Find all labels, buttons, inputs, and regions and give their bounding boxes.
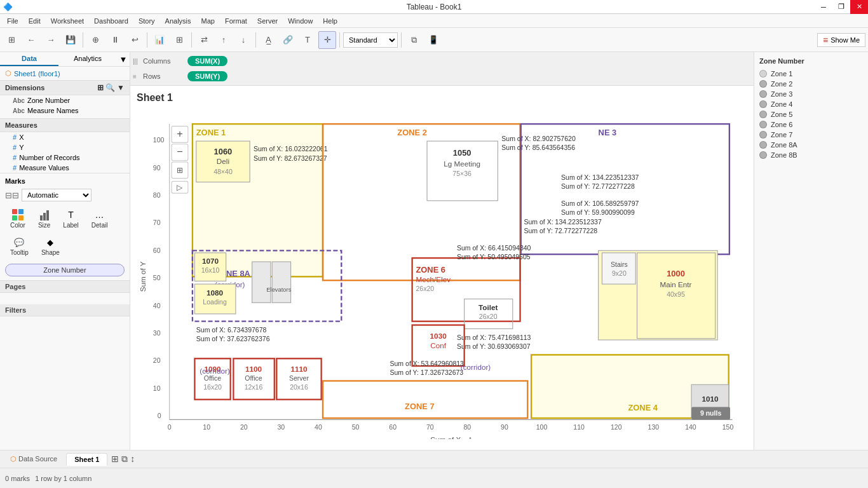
legend-item-zone1[interactable]: Zone 1 (759, 70, 863, 78)
detail-mark[interactable]: … Detail (86, 207, 113, 231)
highlight-button[interactable]: A̲ (259, 31, 277, 49)
data-tab[interactable]: Data (0, 52, 58, 66)
chart-type-button[interactable]: 📊 (151, 31, 168, 49)
sheet-label[interactable]: ⬡ Sheet1 (floor1) (0, 67, 130, 81)
undo-button[interactable]: ↩ (126, 31, 144, 49)
add-datasource-button[interactable]: ⊕ (86, 31, 104, 49)
tooltip-mark[interactable]: 💬 Tooltip (5, 234, 34, 259)
legend-label-zone6: Zone 6 (771, 121, 792, 128)
label-mark[interactable]: T Label (58, 207, 83, 231)
svg-text:Office: Office (204, 374, 221, 382)
legend-item-zone3[interactable]: Zone 3 (759, 90, 863, 98)
duplicate-sheet-icon[interactable]: ⧉ (121, 454, 128, 464)
chart-container[interactable]: 0 10 20 30 40 50 60 70 80 90 100 Sum of … (137, 107, 747, 439)
zone-filter-pill[interactable]: Zone Number (5, 264, 125, 276)
menu-bar: File Edit Worksheet Dashboard Story Anal… (0, 14, 868, 28)
chart-svg: 0 10 20 30 40 50 60 70 80 90 100 Sum of … (137, 107, 747, 439)
measure-y[interactable]: # Y (0, 142, 130, 152)
text-button[interactable]: T (299, 31, 316, 49)
link-button[interactable]: 🔗 (279, 31, 297, 49)
sort-desc-button[interactable]: ↓ (234, 31, 252, 49)
tooltip-button[interactable]: ⧉ (405, 31, 423, 49)
menu-worksheet[interactable]: Worksheet (46, 16, 88, 26)
dimensions-grid-icon[interactable]: ⊞ (97, 83, 104, 92)
legend-color-zone1 (759, 70, 767, 78)
menu-story[interactable]: Story (134, 16, 159, 26)
show-me-button[interactable]: ≡ Show Me (817, 33, 865, 47)
device-button[interactable]: 📱 (424, 31, 442, 49)
swap-button[interactable]: ⇄ (195, 31, 213, 49)
dimension-zone-number[interactable]: Abc Zone Number (0, 95, 130, 105)
dimension-measure-names[interactable]: Abc Measure Names (0, 105, 130, 116)
separator2 (147, 32, 147, 48)
menu-dashboard[interactable]: Dashboard (90, 16, 133, 26)
datasource-tab[interactable]: ⬡ Data Source (3, 453, 65, 465)
minimize-button[interactable]: ─ (815, 0, 832, 14)
menu-analysis[interactable]: Analysis (161, 16, 196, 26)
size-mark[interactable]: Size (33, 207, 55, 231)
forward-button[interactable]: → (42, 31, 60, 49)
y-label: Y (19, 144, 24, 151)
svg-text:↕: ↕ (468, 434, 473, 439)
svg-rect-78 (602, 253, 635, 284)
dimensions-header: Dimensions ⊞ 🔍 ▼ (0, 81, 130, 95)
svg-text:1010: 1010 (702, 395, 719, 403)
svg-text:1110: 1110 (290, 365, 308, 373)
measure-measure-values[interactable]: # Measure Values (0, 163, 130, 173)
restore-button[interactable]: ❐ (832, 0, 850, 14)
columns-value[interactable]: SUM(X) (187, 56, 227, 66)
menu-format[interactable]: Format (220, 16, 252, 26)
measure-number-of-records[interactable]: # Number of Records (0, 152, 130, 163)
marks-type-select[interactable]: Automatic Bar Line Area Circle Square Te… (22, 189, 92, 201)
svg-text:16x20: 16x20 (203, 383, 222, 391)
svg-text:Main Entr: Main Entr (660, 280, 691, 288)
menu-server[interactable]: Server (253, 16, 282, 26)
svg-text:12x16: 12x16 (245, 383, 263, 391)
legend-item-zone4[interactable]: Zone 4 (759, 100, 863, 108)
pause-button[interactable]: ⏸ (106, 31, 124, 49)
menu-file[interactable]: File (3, 16, 23, 26)
back-button[interactable]: ← (22, 31, 40, 49)
svg-text:70: 70 (426, 423, 434, 431)
menu-edit[interactable]: Edit (24, 16, 45, 26)
legend-item-zone5[interactable]: Zone 5 (759, 111, 863, 118)
pages-title: Pages (0, 281, 130, 293)
svg-text:1030: 1030 (430, 332, 447, 340)
svg-text:40x95: 40x95 (667, 290, 685, 298)
legend-item-zone7[interactable]: Zone 7 (759, 131, 863, 139)
analytics-tab[interactable]: Analytics (58, 52, 117, 66)
svg-text:1060: 1060 (214, 147, 233, 156)
legend-color-zone8b (759, 151, 767, 159)
menu-help[interactable]: Help (318, 16, 342, 26)
color-mark[interactable]: Color (5, 207, 31, 231)
menu-window[interactable]: Window (283, 16, 317, 26)
sheet-sort-icon[interactable]: ↕ (130, 454, 135, 464)
svg-text:Office: Office (245, 374, 262, 382)
legend-item-zone8a[interactable]: Zone 8A (759, 141, 863, 149)
legend-item-zone2[interactable]: Zone 2 (759, 80, 863, 88)
shape-mark[interactable]: ◆ Shape (36, 234, 65, 259)
sort-asc-button[interactable]: ↑ (215, 31, 233, 49)
legend-item-zone8b[interactable]: Zone 8B (759, 151, 863, 159)
cursor-button[interactable]: ✛ (318, 31, 336, 49)
panel-menu[interactable]: ▼ (117, 52, 130, 66)
save-button[interactable]: 💾 (62, 31, 79, 49)
svg-text:Mech/Elev: Mech/Elev (416, 275, 451, 283)
menu-map[interactable]: Map (197, 16, 219, 26)
measure-x[interactable]: # X (0, 132, 130, 142)
new-button[interactable]: ⊞ (3, 31, 20, 49)
svg-text:Sum of X: 134.223512337: Sum of X: 134.223512337 (561, 173, 639, 181)
svg-rect-53 (272, 262, 290, 302)
dimensions-expand-icon[interactable]: ▼ (117, 83, 125, 92)
dimensions-search-icon[interactable]: 🔍 (105, 83, 115, 92)
add-sheet-icon[interactable]: ⊞ (111, 454, 119, 464)
zoom-select[interactable]: Standard Fit Width Fit Height Entire Vie… (343, 32, 398, 48)
svg-text:10: 10 (153, 384, 161, 392)
rows-value[interactable]: SUM(Y) (187, 71, 227, 81)
table-button[interactable]: ⊞ (170, 31, 188, 49)
legend-item-zone6[interactable]: Zone 6 (759, 121, 863, 128)
columns-icon: ||| (133, 58, 143, 65)
sheet1-tab[interactable]: Sheet 1 (66, 453, 107, 466)
svg-text:50: 50 (153, 274, 161, 281)
close-button[interactable]: ✕ (850, 0, 868, 14)
